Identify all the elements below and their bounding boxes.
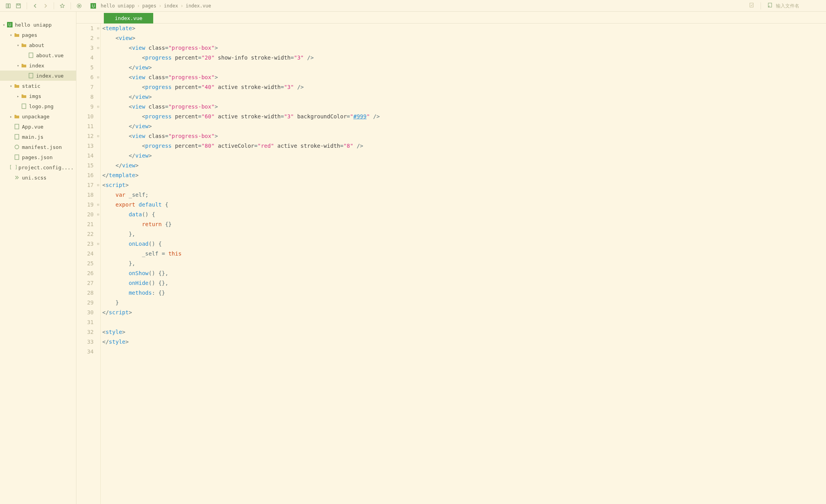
svg-rect-14 bbox=[15, 124, 19, 129]
bracket-icon: [ ] bbox=[10, 164, 17, 171]
tree-item-label: uni.scss bbox=[22, 175, 47, 181]
code-line[interactable]: data() { bbox=[102, 210, 826, 219]
chevron-right-icon: › bbox=[159, 3, 161, 9]
code-line[interactable]: <view class="progress-box"> bbox=[102, 131, 826, 141]
tree-row-about-vue[interactable]: about.vue bbox=[0, 50, 76, 60]
code-line[interactable]: }, bbox=[102, 259, 826, 268]
fold-marker bbox=[96, 82, 100, 92]
folder-icon bbox=[20, 62, 27, 69]
code-line[interactable]: <view class="progress-box"> bbox=[102, 73, 826, 82]
tree-row-pages-json[interactable]: pages.json bbox=[0, 152, 76, 162]
code-line[interactable]: <view class="progress-box"> bbox=[102, 102, 826, 112]
fold-marker[interactable]: ⊟ bbox=[96, 180, 100, 190]
folder-icon bbox=[13, 31, 20, 38]
tree-disclosure-arrow[interactable]: ▾ bbox=[16, 63, 20, 68]
code-line[interactable]: </style> bbox=[102, 337, 826, 347]
breadcrumb-part[interactable]: pages bbox=[142, 3, 156, 9]
fold-marker[interactable]: ⊟ bbox=[96, 43, 100, 53]
code-line[interactable]: onShow() {}, bbox=[102, 268, 826, 278]
fold-marker[interactable]: ⊟ bbox=[96, 131, 100, 141]
code-line[interactable]: methods: {} bbox=[102, 288, 826, 298]
sync-icon[interactable] bbox=[749, 2, 754, 9]
tree-row-unpackage[interactable]: ▸unpackage bbox=[0, 111, 76, 121]
tree-row-uni-scss[interactable]: uni.scss bbox=[0, 172, 76, 183]
nav-back-icon[interactable] bbox=[30, 1, 40, 11]
tree-row-main-js[interactable]: main.js bbox=[0, 132, 76, 142]
code-editor[interactable]: 1234567891011121314151617181920212223242… bbox=[76, 24, 826, 504]
file-search-input[interactable] bbox=[776, 3, 823, 9]
tree-row-static[interactable]: ▾static bbox=[0, 81, 76, 91]
fold-marker[interactable]: ⊟ bbox=[96, 210, 100, 219]
file-search bbox=[749, 2, 823, 9]
code-line[interactable]: </view> bbox=[102, 92, 826, 102]
breadcrumb-part[interactable]: index bbox=[164, 3, 178, 9]
code-line[interactable]: export default { bbox=[102, 200, 826, 210]
new-file-icon[interactable] bbox=[767, 2, 773, 9]
code-line[interactable]: <progress percent="60" active stroke-wid… bbox=[102, 112, 826, 121]
fold-marker[interactable]: ⊟ bbox=[96, 73, 100, 82]
tree-disclosure-arrow[interactable]: ▸ bbox=[16, 94, 20, 98]
code-line[interactable]: <view class="progress-box"> bbox=[102, 43, 826, 53]
star-icon[interactable] bbox=[57, 1, 67, 11]
tree-row-logo-png[interactable]: logo.png bbox=[0, 101, 76, 111]
code-line[interactable] bbox=[102, 317, 826, 327]
save-icon[interactable] bbox=[13, 1, 24, 11]
tree-disclosure-arrow[interactable]: ▸ bbox=[9, 114, 13, 119]
tree-row-index[interactable]: ▾index bbox=[0, 60, 76, 71]
file-icon bbox=[13, 123, 20, 130]
fold-marker[interactable]: ⊟ bbox=[96, 200, 100, 210]
svg-rect-0 bbox=[6, 4, 8, 8]
code-line[interactable] bbox=[102, 347, 826, 357]
tree-row-app-vue[interactable]: App.vue bbox=[0, 121, 76, 132]
code-line[interactable]: </script> bbox=[102, 308, 826, 317]
tree-row-about[interactable]: ▾about bbox=[0, 40, 76, 50]
code-line[interactable]: </template> bbox=[102, 170, 826, 180]
fold-marker[interactable]: ⊟ bbox=[96, 239, 100, 249]
line-number: 2 bbox=[76, 33, 94, 43]
tree-disclosure-arrow[interactable]: ▾ bbox=[9, 33, 13, 37]
editor-pane: index.vue 123456789101112131415161718192… bbox=[76, 12, 826, 504]
code-line[interactable]: }, bbox=[102, 229, 826, 239]
tree-disclosure-arrow[interactable]: ▾ bbox=[2, 23, 6, 27]
menu-icon[interactable] bbox=[3, 1, 13, 11]
tree-row-manifest-json[interactable]: manifest.json bbox=[0, 142, 76, 152]
code-line[interactable]: </view> bbox=[102, 121, 826, 131]
tree-row-project-config-[interactable]: [ ]project.config.... bbox=[0, 162, 76, 172]
line-number: 1 bbox=[76, 24, 94, 33]
code-line[interactable]: } bbox=[102, 298, 826, 308]
code-line[interactable]: </view> bbox=[102, 63, 826, 73]
code-line[interactable]: <progress percent="20" show-info stroke-… bbox=[102, 53, 826, 63]
code-line[interactable]: onHide() {}, bbox=[102, 278, 826, 288]
tree-disclosure-arrow[interactable]: ▾ bbox=[16, 43, 20, 47]
code-line[interactable]: <progress percent="40" active stroke-wid… bbox=[102, 82, 826, 92]
code-line[interactable]: <style> bbox=[102, 327, 826, 337]
code-line[interactable]: <script> bbox=[102, 180, 826, 190]
fold-marker[interactable]: ⊟ bbox=[96, 33, 100, 43]
code-line[interactable]: onLoad() { bbox=[102, 239, 826, 249]
code-line[interactable]: <view> bbox=[102, 33, 826, 43]
code-line[interactable]: return {} bbox=[102, 219, 826, 229]
code-line[interactable]: <progress percent="80" activeColor="red"… bbox=[102, 141, 826, 151]
fold-marker[interactable]: ⊟ bbox=[96, 102, 100, 112]
code-line[interactable]: </view> bbox=[102, 161, 826, 170]
line-number: 30 bbox=[76, 308, 94, 317]
fold-marker bbox=[96, 298, 100, 308]
tree-row-pages[interactable]: ▾pages bbox=[0, 30, 76, 40]
tree-row-index-vue[interactable]: index.vue bbox=[0, 71, 76, 81]
tab-active[interactable]: index.vue bbox=[104, 13, 153, 24]
run-icon[interactable] bbox=[74, 1, 84, 11]
code-line[interactable]: </view> bbox=[102, 151, 826, 161]
breadcrumb-part[interactable]: hello uniapp bbox=[101, 3, 135, 9]
tree-item-label: hello uniapp bbox=[15, 22, 52, 28]
tree-row-hello-uniapp[interactable]: ▾Uhello uniapp bbox=[0, 20, 76, 30]
tree-disclosure-arrow[interactable]: ▾ bbox=[9, 84, 13, 88]
code-line[interactable]: var _self; bbox=[102, 190, 826, 200]
line-number: 31 bbox=[76, 317, 94, 327]
fold-marker[interactable]: ⊟ bbox=[96, 24, 100, 33]
code-line[interactable]: _self = this bbox=[102, 249, 826, 259]
code-line[interactable]: <template> bbox=[102, 24, 826, 33]
svg-rect-13 bbox=[22, 104, 26, 109]
code-content[interactable]: <template> <view> <view class="progress-… bbox=[101, 24, 826, 504]
tree-row-imgs[interactable]: ▸imgs bbox=[0, 91, 76, 101]
breadcrumb-part[interactable]: index.vue bbox=[186, 3, 211, 9]
